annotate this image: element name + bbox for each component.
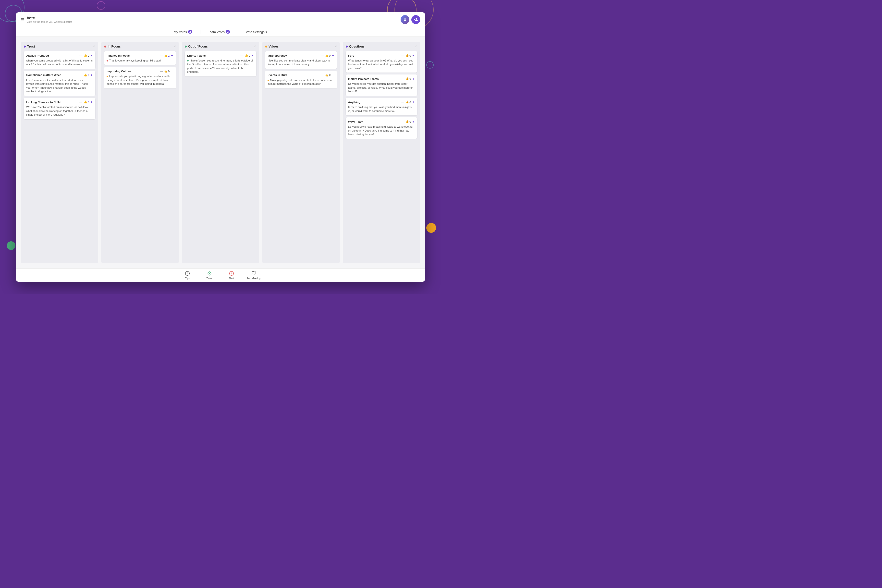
chevron-down-icon: ▾ (266, 30, 267, 34)
card-body: Do you feel we have meaningful ways to w… (348, 125, 415, 136)
vote-like-button[interactable]: 👍0 (405, 120, 411, 123)
vote-count: 0 (168, 70, 170, 73)
team-votes-nav[interactable]: Team Votes 3 (208, 30, 230, 34)
card-body: I haven't seen you respond to many effor… (187, 59, 254, 74)
my-votes-nav[interactable]: My Votes 3 (174, 30, 192, 34)
vote-settings-button[interactable]: Vote Settings ▾ (246, 30, 267, 34)
my-votes-label: My Votes (174, 30, 187, 34)
card: #transparency—👍0+I feel like you communi… (265, 51, 337, 69)
vote-decrease-button[interactable]: — (320, 73, 324, 76)
vote-decrease-button[interactable]: — (400, 54, 405, 57)
vote-count: 0 (249, 54, 250, 57)
vote-decrease-button[interactable]: — (400, 77, 405, 81)
card-actions: —👍0+ (79, 54, 93, 57)
vote-increase-button[interactable]: + (90, 54, 93, 57)
card-indicator (267, 80, 269, 81)
vote-count: 2 (168, 54, 170, 57)
card-actions: —👍0+ (400, 54, 415, 57)
card-body: Moving quickly with some events to try t… (267, 78, 334, 86)
vote-like-button[interactable]: 👍0 (405, 77, 411, 80)
timer-toolbar-item[interactable]: Timer (202, 270, 217, 280)
vote-like-button[interactable]: 👍0 (405, 100, 411, 104)
add-user-button[interactable] (411, 15, 420, 24)
svg-point-4 (230, 272, 234, 276)
card: Insight Projects Teams—👍0+Do you feel li… (346, 75, 417, 96)
expand-icon-values[interactable]: ⤢ (334, 45, 337, 48)
vote-increase-button[interactable]: + (412, 100, 415, 104)
card-actions: —👍0+ (159, 69, 174, 73)
page-subtitle: Vote on the topics you want to discuss (27, 20, 72, 23)
card: Fore—👍0+What tends to eat up your time? … (346, 51, 417, 72)
card-header: Efforts Teams—👍0+ (187, 54, 254, 57)
header-right: U (400, 15, 420, 24)
thumbs-up-icon: 👍 (325, 54, 328, 57)
vote-increase-button[interactable]: + (171, 54, 174, 57)
column-header-out-of-focus: Out of Focus⤢ (185, 45, 256, 48)
vote-like-button[interactable]: 👍0 (325, 54, 330, 57)
hamburger-icon[interactable]: ☰ (21, 17, 24, 22)
column-values: Values⤢#transparency—👍0+I feel like you … (262, 42, 340, 263)
vote-like-button[interactable]: 👍2 (164, 54, 170, 57)
vote-count: 0 (410, 101, 411, 104)
vote-like-button[interactable]: 👍0 (245, 54, 250, 57)
card-header: Fore—👍0+ (348, 54, 415, 57)
column-header-questions: Questions⤢ (346, 45, 417, 48)
expand-icon-trust[interactable]: ⤢ (93, 45, 95, 48)
next-toolbar-item[interactable]: Next (224, 270, 239, 280)
vote-decrease-button[interactable]: — (79, 73, 83, 76)
vote-increase-button[interactable]: + (90, 100, 93, 104)
vote-increase-button[interactable]: + (412, 120, 415, 123)
vote-increase-button[interactable]: + (332, 54, 334, 57)
vote-increase-button[interactable]: + (90, 73, 93, 77)
column-dot-questions (346, 46, 348, 48)
my-votes-count: 3 (188, 30, 192, 34)
card-header: Lacking Chances to Collab—👍3+ (26, 100, 93, 104)
vote-count: 3 (88, 74, 89, 76)
thumbs-up-icon: 👍 (164, 70, 168, 73)
expand-icon-in-focus[interactable]: ⤢ (174, 45, 176, 48)
vote-increase-button[interactable]: + (171, 69, 174, 73)
vote-like-button[interactable]: 👍0 (325, 74, 330, 76)
vote-increase-button[interactable]: + (251, 54, 254, 57)
card-title: Compliance matters Weed (26, 74, 62, 76)
team-votes-label: Team Votes (208, 30, 225, 34)
card-body: Thank you for always keeping our bills p… (106, 59, 173, 63)
expand-icon-questions[interactable]: ⤢ (415, 45, 417, 48)
vote-like-button[interactable]: 👍0 (164, 70, 170, 73)
card-header: Compliance matters Weed—👍3+ (26, 73, 93, 77)
vote-decrease-button[interactable]: — (240, 54, 244, 57)
nav-divider: | (200, 30, 201, 34)
card-body: Is there anything that you wish you had … (348, 105, 415, 113)
card-actions: —👍0+ (240, 54, 254, 57)
thumbs-up-icon: 👍 (405, 100, 409, 104)
column-in-focus: In Focus⤢Finance In Focus—👍2+Thank you f… (101, 42, 178, 263)
vote-like-button[interactable]: 👍3 (84, 100, 89, 104)
card-actions: —👍3+ (79, 100, 93, 104)
card: Compliance matters Weed—👍3+I can't remem… (24, 71, 95, 96)
expand-icon-out-of-focus[interactable]: ⤢ (254, 45, 256, 48)
card-body: We haven't collaborated on an initiative… (26, 105, 93, 117)
vote-increase-button[interactable]: + (412, 77, 415, 81)
vote-decrease-button[interactable]: — (159, 70, 163, 73)
column-title-in-focus: In Focus (108, 45, 120, 48)
card-header: Events Culture—👍0+ (267, 73, 334, 77)
card-title: Anything (348, 101, 360, 104)
card-body: I can't remember the last time I needed … (26, 78, 93, 94)
vote-like-button[interactable]: 👍3 (84, 74, 89, 76)
vote-decrease-button[interactable]: — (79, 54, 83, 57)
card: Finance In Focus—👍2+Thank you for always… (104, 51, 176, 65)
tips-toolbar-item[interactable]: Tips (180, 270, 195, 280)
vote-increase-button[interactable]: + (332, 73, 334, 77)
card-body: Do you feel like you get enough insight … (348, 82, 415, 93)
vote-decrease-button[interactable]: — (79, 100, 83, 104)
card-indicator (106, 76, 108, 77)
vote-decrease-button[interactable]: — (400, 120, 405, 123)
vote-decrease-button[interactable]: — (320, 54, 324, 57)
vote-decrease-button[interactable]: — (159, 54, 163, 57)
vote-increase-button[interactable]: + (412, 54, 415, 57)
vote-like-button[interactable]: 👍0 (405, 54, 411, 57)
vote-like-button[interactable]: 👍0 (84, 54, 89, 57)
vote-decrease-button[interactable]: — (400, 100, 405, 104)
end-meeting-toolbar-item[interactable]: End Meeting (246, 270, 261, 280)
card: Always Prepared—👍0+when you come prepare… (24, 51, 95, 69)
